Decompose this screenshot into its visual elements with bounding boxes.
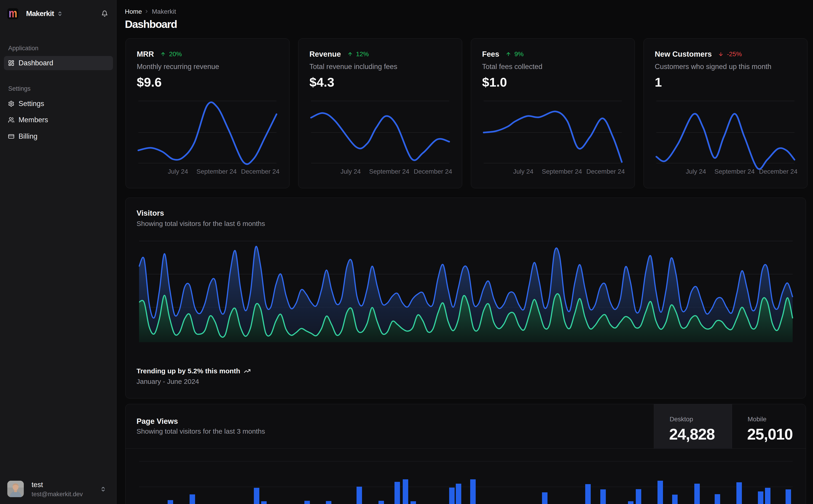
svg-text:m: m xyxy=(9,8,17,19)
